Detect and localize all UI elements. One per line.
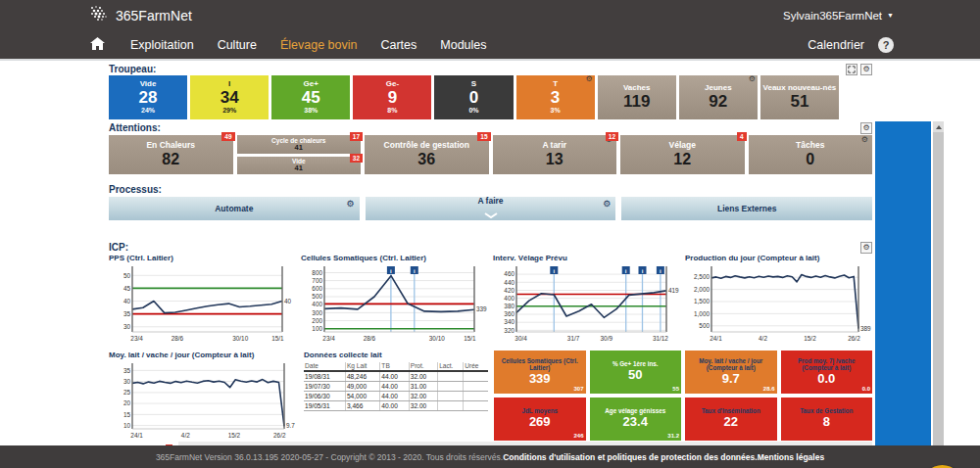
svg-text:40: 40 <box>123 298 131 304</box>
home-icon <box>90 36 105 54</box>
svg-text:400: 400 <box>312 301 322 307</box>
table-cell <box>464 401 488 411</box>
help-button[interactable]: ? <box>878 37 894 53</box>
kpi-taux-d-ins-mination[interactable]: Taux d'Insémination22 <box>685 398 777 441</box>
attention-tile-en-chaleurs[interactable]: En Chaleurs8249 <box>109 135 233 174</box>
kpi-jdl-moyens[interactable]: JdL moyens269246 <box>494 398 586 441</box>
expand-icon[interactable] <box>846 64 858 75</box>
svg-text:15: 15 <box>123 411 131 418</box>
kpi-value: 50 <box>628 368 642 382</box>
svg-text:45: 45 <box>123 285 131 292</box>
process-bar-a-faire[interactable]: A faire⚙ <box>366 197 616 220</box>
kpi-value: 269 <box>529 415 551 429</box>
home-button[interactable] <box>90 36 105 54</box>
kpi-subvalue: 307 <box>573 386 583 393</box>
svg-text:28/6: 28/6 <box>172 335 184 342</box>
tile-percent: 8% <box>387 107 397 115</box>
attention-tile-cycle-de-chaleurs[interactable]: Cycle de chaleurs4117 <box>237 135 362 154</box>
svg-text:300: 300 <box>312 309 322 316</box>
svg-text:360: 360 <box>504 310 514 317</box>
troupeau-tile-ge[interactable]: Ge-98% <box>353 75 431 119</box>
nav-item-calendrier[interactable]: Calendrier <box>808 38 864 52</box>
scroll-up-button[interactable] <box>933 121 944 132</box>
svg-text:2,000: 2,000 <box>694 286 710 293</box>
svg-text:4/2: 4/2 <box>181 432 190 439</box>
tile-percent: 3% <box>551 107 561 115</box>
nav-item-exploitation[interactable]: Exploitation <box>130 38 194 52</box>
tile-value: 51 <box>790 93 808 112</box>
chart-title: Cellules Somatiques (Ctrl. Laitier) <box>301 254 488 264</box>
process-bar-liens-externes[interactable]: Liens Externes <box>621 197 872 220</box>
tile-percent: 29% <box>222 107 236 115</box>
logo-dots-icon <box>88 4 112 26</box>
attention-tile-contr-le-de-gestation[interactable]: Contrôle de gestation3615 <box>365 135 489 174</box>
footer-link-mentions[interactable]: Mentions légales <box>758 452 825 462</box>
gear-icon[interactable]: ⚙ <box>860 242 872 254</box>
svg-text:50: 50 <box>123 272 131 279</box>
attention-value: 41 <box>295 164 303 172</box>
table-cell: 19/07/30 <box>304 382 345 392</box>
chart-title: Moy. lait / vache / jour (Compteur à lai… <box>109 351 298 361</box>
alert-badge: 15 <box>477 132 490 141</box>
svg-text:30/4: 30/4 <box>514 335 527 342</box>
table-cell: 31.00 <box>409 382 437 392</box>
kpi-cellules-somatiques-ctrl-laitier[interactable]: Cellules Somatiques (Ctrl. Laitier)33930… <box>494 351 586 394</box>
nav-item-levage-bovin[interactable]: Élevage bovin <box>280 38 358 52</box>
nav-item-cartes[interactable]: Cartes <box>380 38 416 52</box>
troupeau-tile-i[interactable]: I3429% <box>190 75 269 119</box>
gear-icon[interactable]: ⚙ <box>585 75 592 84</box>
svg-text:419: 419 <box>668 287 679 294</box>
gear-icon[interactable]: ⚙ <box>347 199 355 209</box>
gear-icon[interactable]: ⚙ <box>749 75 756 84</box>
svg-text:23/4: 23/4 <box>322 335 335 342</box>
attention-tile-vide[interactable]: Vide4132 <box>237 157 362 175</box>
kpi-subvalue: 31.2 <box>667 433 679 440</box>
user-menu[interactable]: Sylvain365FarmNet ▼ <box>783 10 894 22</box>
gear-icon[interactable]: ⚙ <box>603 199 611 209</box>
nav-item-modules[interactable]: Modules <box>440 38 486 52</box>
attention-label: En Chaleurs <box>146 141 195 151</box>
kpi-age-v-lage-g-nisses[interactable]: Age vélage génisses23.431.2 <box>590 398 682 441</box>
troupeau-tile-t[interactable]: T33%⚙ <box>516 75 595 119</box>
troupeau-tile-jeunes[interactable]: Jeunes92⚙ <box>679 75 758 119</box>
troupeau-tile-ge[interactable]: Ge+4538% <box>271 75 350 119</box>
attention-value: 82 <box>162 151 179 168</box>
alert-badge: 49 <box>221 132 234 141</box>
table-cell: 44.00 <box>380 382 409 392</box>
app-logo[interactable]: 365FarmNet <box>88 4 192 26</box>
chart-plot: 10152025303524/14/215/226/29.7 <box>109 361 298 444</box>
attention-label: Vélage <box>669 141 696 151</box>
gear-icon[interactable]: ⚙ <box>860 122 872 134</box>
troupeau-tile-veaux-nouveau-n-s[interactable]: Veaux nouveau-nés51 <box>760 75 839 119</box>
process-bar-automate[interactable]: Automate⚙ <box>109 197 360 220</box>
process-bar-label: Automate <box>215 204 253 213</box>
table-cell: 3,466 <box>345 401 379 411</box>
milk-table-title: Données collecte lait <box>304 351 488 361</box>
attention-tile-a-tarir[interactable]: A tarir1312⚙ <box>493 135 617 174</box>
gear-icon[interactable]: ⚙ <box>860 64 872 75</box>
logo-text: 365FarmNet <box>116 8 192 23</box>
kpi-taux-de-gestation[interactable]: Taux de Gestation8 <box>781 398 873 441</box>
attention-label: Tâches <box>796 141 824 151</box>
alert-badge: 4 <box>737 132 747 141</box>
gear-icon[interactable]: ⚙ <box>861 135 868 144</box>
milk-data-panel: Données collecte lait DateKg LaitTBProt.… <box>304 351 488 441</box>
svg-text:20: 20 <box>123 399 131 406</box>
troupeau-tile-vide[interactable]: Vide2824% <box>109 75 187 119</box>
troupeau-tile-vaches[interactable]: Vaches119 <box>598 75 676 119</box>
kpi-moy-lait-vache-jour-compteur-lait[interactable]: Moy. lait / vache / jour (Compteur à lai… <box>685 351 777 394</box>
nav-item-culture[interactable]: Culture <box>218 38 257 52</box>
attention-tile-v-lage[interactable]: Vélage124 <box>620 135 745 174</box>
vertical-scrollbar[interactable] <box>933 121 944 468</box>
milk-col-lact: Lact. <box>438 362 464 371</box>
kpi-ge-1-re-ins[interactable]: % Ge+ 1ère ins.5055 <box>590 351 682 394</box>
nav-list: ExploitationCultureÉlevage bovinCartesMo… <box>130 38 487 52</box>
svg-text:500: 500 <box>699 322 710 329</box>
footer-link-conditions[interactable]: Conditions d'utilisation et politiques d… <box>503 452 757 462</box>
kpi-prod-moy-7j-vache-compteur-lait[interactable]: Prod moy. 7j /vache (Compteur à lait)0.0… <box>781 351 873 394</box>
troupeau-tile-s[interactable]: S00% <box>434 75 513 119</box>
tile-value: 0 <box>469 89 478 108</box>
attentions-section-label: Attentions: <box>109 122 161 133</box>
attention-tile-t-ches[interactable]: Tâches0⚙ <box>749 135 873 174</box>
svg-text:800: 800 <box>312 269 322 276</box>
